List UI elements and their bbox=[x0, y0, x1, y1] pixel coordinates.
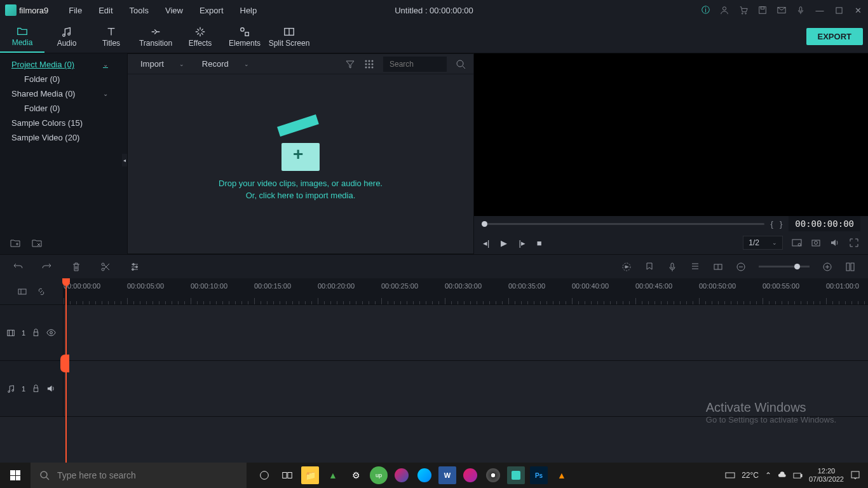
onedrive-icon[interactable] bbox=[778, 471, 787, 480]
cut-icon[interactable] bbox=[100, 262, 111, 272]
vlc-icon[interactable]: ▲ bbox=[553, 466, 571, 484]
tree-shared-media[interactable]: Shared Media (0)⌄ bbox=[0, 86, 127, 101]
tree-sample-colors[interactable]: Sample Colors (15) bbox=[0, 116, 127, 130]
filmora-taskbar-icon[interactable] bbox=[507, 466, 525, 484]
playhead[interactable] bbox=[65, 278, 67, 463]
media-icon[interactable] bbox=[484, 466, 502, 484]
info-icon[interactable]: ⓘ bbox=[700, 5, 710, 15]
cortana-icon[interactable] bbox=[255, 466, 273, 484]
weather-temp[interactable]: 22°C bbox=[742, 471, 759, 480]
chevron-down-icon[interactable]: ⌄ bbox=[103, 61, 108, 68]
add-folder-icon[interactable] bbox=[10, 238, 20, 248]
search-input[interactable] bbox=[383, 57, 447, 72]
eye-icon[interactable] bbox=[46, 328, 56, 337]
timeline-settings-icon[interactable] bbox=[17, 287, 27, 297]
preview-scrubber[interactable] bbox=[482, 223, 764, 225]
zoom-slider[interactable] bbox=[759, 266, 810, 268]
word-icon[interactable]: W bbox=[438, 466, 456, 484]
marker-icon[interactable] bbox=[644, 262, 654, 272]
playhead-grip[interactable] bbox=[60, 355, 69, 372]
tab-splitscreen[interactable]: Split Screen bbox=[267, 20, 311, 53]
settings-icon[interactable]: ⚙ bbox=[347, 466, 365, 484]
keyboard-icon[interactable] bbox=[725, 470, 735, 480]
tab-media[interactable]: Media bbox=[0, 20, 44, 53]
voiceover-icon[interactable] bbox=[667, 262, 677, 272]
tree-folder-2[interactable]: Folder (0) bbox=[0, 101, 127, 116]
taskview-icon[interactable] bbox=[278, 466, 296, 484]
taskbar-search[interactable]: Type here to search bbox=[31, 463, 247, 488]
grid-icon[interactable] bbox=[364, 59, 374, 69]
tab-transition[interactable]: Transition bbox=[133, 20, 178, 53]
notifications-icon[interactable] bbox=[850, 470, 860, 480]
zoom-slider-handle[interactable] bbox=[794, 264, 800, 269]
redo-icon[interactable] bbox=[42, 262, 52, 272]
app-icon-2[interactable]: up bbox=[370, 466, 388, 484]
save-icon[interactable] bbox=[757, 5, 768, 15]
account-icon[interactable] bbox=[719, 5, 729, 15]
fullscreen-icon[interactable] bbox=[849, 238, 859, 248]
delete-folder-icon[interactable] bbox=[32, 238, 42, 248]
tab-effects[interactable]: Effects bbox=[178, 20, 222, 53]
scrubber-handle[interactable] bbox=[482, 221, 487, 227]
zoom-fit-icon[interactable] bbox=[845, 262, 855, 272]
audio-mixer-icon[interactable] bbox=[690, 262, 700, 272]
menu-view[interactable]: View bbox=[158, 3, 191, 18]
video-track-lane[interactable] bbox=[64, 305, 868, 360]
tree-project-media[interactable]: Project Media (0)⌄ bbox=[0, 57, 127, 72]
delete-icon[interactable] bbox=[71, 262, 81, 272]
playhead-head[interactable] bbox=[62, 278, 70, 286]
tree-folder-1[interactable]: Folder (0) bbox=[0, 72, 127, 86]
time-ruler[interactable]: 00:00:00:0000:00:05:0000:00:10:0000:00:1… bbox=[64, 278, 868, 304]
panel-collapse-handle[interactable]: ◂ bbox=[122, 154, 127, 166]
drop-zone[interactable]: + Drop your video clips, images, or audi… bbox=[128, 74, 473, 254]
start-button[interactable] bbox=[0, 463, 31, 488]
filter-icon[interactable] bbox=[345, 59, 355, 69]
bracket-open-icon[interactable]: { bbox=[771, 219, 773, 229]
app-icon-3[interactable] bbox=[393, 466, 410, 484]
stop-button[interactable]: ■ bbox=[537, 238, 542, 248]
menu-file[interactable]: File bbox=[61, 3, 90, 18]
quality-icon[interactable] bbox=[792, 238, 802, 248]
adjust-icon[interactable] bbox=[130, 262, 140, 272]
tree-sample-video[interactable]: Sample Video (20) bbox=[0, 130, 127, 145]
tab-elements[interactable]: Elements bbox=[222, 20, 267, 53]
tab-titles[interactable]: Titles bbox=[89, 20, 133, 53]
zoom-out-icon[interactable] bbox=[736, 262, 746, 272]
play-button[interactable]: ▶ bbox=[501, 238, 507, 248]
prev-frame-button[interactable]: ◂| bbox=[483, 238, 489, 248]
preview-viewport[interactable] bbox=[474, 53, 868, 216]
export-button[interactable]: EXPORT bbox=[806, 28, 863, 45]
battery-icon[interactable] bbox=[793, 471, 803, 480]
maximize-icon[interactable] bbox=[834, 5, 844, 15]
speaker-icon[interactable] bbox=[46, 384, 56, 393]
render-icon[interactable] bbox=[621, 262, 632, 272]
app-icon-4[interactable] bbox=[461, 466, 479, 484]
app-icon-1[interactable]: ▲ bbox=[324, 466, 342, 484]
volume-icon[interactable] bbox=[830, 238, 840, 248]
menu-edit[interactable]: Edit bbox=[91, 3, 120, 18]
next-frame-button[interactable]: |▸ bbox=[519, 238, 525, 248]
cart-icon[interactable] bbox=[738, 5, 749, 15]
search-icon[interactable] bbox=[456, 59, 466, 69]
zoom-in-icon[interactable] bbox=[822, 262, 832, 272]
tray-chevron-icon[interactable]: ⌃ bbox=[765, 471, 771, 480]
preview-zoom-select[interactable]: 1/2⌄ bbox=[743, 236, 783, 250]
import-dropdown[interactable]: Import⌄ bbox=[135, 57, 189, 71]
undo-icon[interactable] bbox=[13, 262, 23, 272]
menu-tools[interactable]: Tools bbox=[122, 3, 156, 18]
lock-icon[interactable] bbox=[32, 384, 40, 393]
keyframe-icon[interactable] bbox=[713, 262, 723, 272]
tray-clock[interactable]: 12:20 07/03/2022 bbox=[809, 467, 844, 484]
edge-icon[interactable] bbox=[416, 466, 433, 484]
snapshot-icon[interactable] bbox=[811, 238, 821, 248]
photoshop-icon[interactable]: Ps bbox=[530, 466, 548, 484]
mic-icon[interactable] bbox=[796, 5, 806, 15]
explorer-icon[interactable]: 📁 bbox=[301, 466, 319, 484]
minimize-icon[interactable]: — bbox=[815, 5, 825, 15]
link-icon[interactable] bbox=[36, 287, 46, 297]
lock-icon[interactable] bbox=[32, 329, 40, 337]
menu-export[interactable]: Export bbox=[192, 3, 231, 18]
chevron-down-icon[interactable]: ⌄ bbox=[103, 90, 108, 97]
tab-audio[interactable]: Audio bbox=[44, 20, 89, 53]
mail-icon[interactable] bbox=[776, 5, 787, 15]
